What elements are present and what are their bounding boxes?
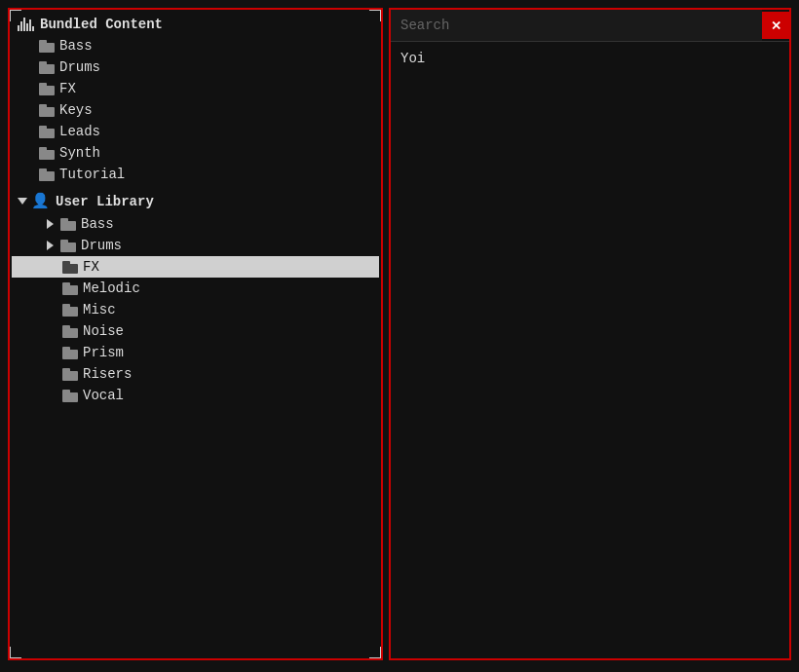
item-label: Drums bbox=[59, 59, 100, 75]
item-label: Risers bbox=[83, 366, 132, 382]
user-noise[interactable]: Noise bbox=[12, 320, 379, 342]
folder-icon bbox=[62, 390, 78, 402]
user-library-label: User Library bbox=[56, 194, 154, 209]
item-label: Misc bbox=[83, 302, 116, 317]
user-library-header[interactable]: 👤 User Library bbox=[12, 189, 379, 213]
collapse-arrow bbox=[47, 241, 54, 250]
expand-arrow bbox=[18, 198, 27, 205]
main-container: Bundled Content Bass Drums FX Keys Le bbox=[0, 0, 799, 672]
item-label: Leads bbox=[59, 124, 100, 139]
search-results: Yoi bbox=[391, 42, 789, 658]
item-label: Noise bbox=[83, 323, 124, 339]
user-prism[interactable]: Prism bbox=[12, 342, 379, 363]
user-misc[interactable]: Misc bbox=[12, 299, 379, 320]
item-label: Bass bbox=[81, 216, 114, 232]
bundled-bass[interactable]: Bass bbox=[12, 35, 379, 56]
folder-icon bbox=[62, 325, 78, 338]
folder-icon bbox=[39, 61, 55, 74]
corner-tr bbox=[369, 8, 383, 21]
bundled-keys[interactable]: Keys bbox=[12, 99, 379, 121]
item-label: FX bbox=[83, 259, 99, 275]
folder-icon bbox=[39, 104, 55, 117]
folder-icon bbox=[60, 218, 76, 231]
search-result-yoi[interactable]: Yoi bbox=[400, 48, 780, 69]
folder-icon bbox=[62, 282, 78, 295]
folder-icon bbox=[39, 147, 55, 160]
bundled-tutorial[interactable]: Tutorial bbox=[12, 164, 379, 185]
collapse-arrow bbox=[47, 219, 54, 229]
corner-tl bbox=[8, 8, 21, 21]
bundled-leads[interactable]: Leads bbox=[12, 121, 379, 142]
folder-icon bbox=[39, 126, 55, 138]
bundled-content-header[interactable]: Bundled Content bbox=[12, 14, 379, 35]
item-label: Vocal bbox=[83, 388, 124, 403]
right-panel: Yoi bbox=[389, 8, 791, 660]
item-label: FX bbox=[59, 81, 76, 96]
search-clear-button[interactable] bbox=[762, 12, 789, 39]
left-panel: Bundled Content Bass Drums FX Keys Le bbox=[8, 8, 383, 660]
corner-br bbox=[369, 647, 383, 660]
folder-icon bbox=[62, 261, 78, 274]
item-label: Keys bbox=[59, 102, 93, 118]
folder-icon bbox=[62, 304, 78, 317]
folder-icon bbox=[62, 368, 78, 381]
user-fx[interactable]: FX bbox=[12, 256, 379, 278]
user-icon: 👤 bbox=[31, 192, 50, 210]
item-label: Melodic bbox=[83, 280, 140, 296]
bundled-synth[interactable]: Synth bbox=[12, 142, 379, 164]
item-label: Tutorial bbox=[59, 167, 125, 182]
item-label: Prism bbox=[83, 345, 124, 360]
bundled-content-label: Bundled Content bbox=[40, 17, 163, 32]
corner-bl bbox=[8, 647, 21, 660]
item-label: Synth bbox=[59, 145, 100, 161]
user-risers[interactable]: Risers bbox=[12, 363, 379, 385]
folder-icon bbox=[39, 40, 55, 53]
item-label: Bass bbox=[59, 38, 93, 54]
user-drums[interactable]: Drums bbox=[12, 235, 379, 256]
item-label: Drums bbox=[81, 238, 122, 253]
user-vocal[interactable]: Vocal bbox=[12, 385, 379, 406]
search-bar bbox=[391, 10, 789, 42]
folder-icon bbox=[60, 240, 76, 252]
folder-icon bbox=[39, 83, 55, 95]
folder-icon bbox=[62, 347, 78, 359]
search-input[interactable] bbox=[391, 10, 762, 41]
tree-content: Bundled Content Bass Drums FX Keys Le bbox=[10, 10, 381, 658]
folder-icon bbox=[39, 168, 55, 181]
result-label: Yoi bbox=[400, 51, 425, 66]
user-bass[interactable]: Bass bbox=[12, 213, 379, 235]
bundled-drums[interactable]: Drums bbox=[12, 56, 379, 78]
user-melodic[interactable]: Melodic bbox=[12, 278, 379, 299]
bundled-fx[interactable]: FX bbox=[12, 78, 379, 99]
